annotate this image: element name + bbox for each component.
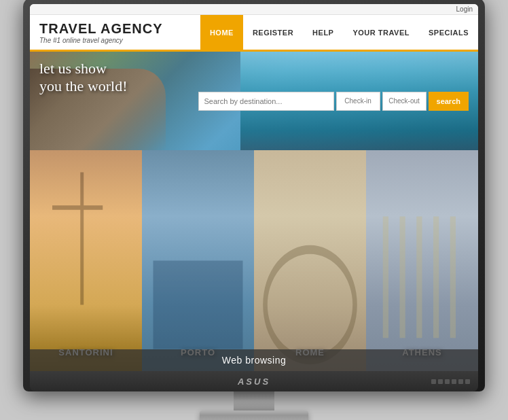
svg-rect-0 bbox=[80, 173, 84, 305]
dest-deco-0 bbox=[30, 150, 142, 371]
destination-item-athens[interactable]: ATHENS bbox=[366, 150, 478, 371]
svg-rect-8 bbox=[450, 217, 456, 338]
dest-deco-1 bbox=[142, 150, 254, 371]
ctrl-btn-3[interactable] bbox=[445, 379, 450, 384]
destination-item-santorini[interactable]: SANTORINI bbox=[30, 150, 142, 371]
hero-text: let us show you the world! bbox=[39, 60, 128, 96]
ctrl-btn-6[interactable] bbox=[465, 379, 470, 384]
nav-item-home[interactable]: HOME bbox=[200, 15, 243, 50]
hero-text-line1: let us show bbox=[39, 60, 128, 77]
search-button[interactable]: search bbox=[429, 92, 469, 111]
login-bar: Login bbox=[30, 4, 478, 15]
svg-rect-5 bbox=[400, 217, 405, 338]
screen: Login TRAVEL AGENCY The #1 online travel… bbox=[30, 4, 478, 371]
destination-item-porto[interactable]: PORTO bbox=[142, 150, 254, 371]
monitor-bottom-bar: ASUS bbox=[30, 371, 478, 391]
checkout-input[interactable] bbox=[382, 92, 427, 111]
destination-item-rome[interactable]: ROME bbox=[254, 150, 366, 371]
search-bar: search bbox=[198, 92, 469, 111]
web-browsing-overlay: Web browsing bbox=[30, 349, 478, 371]
logo-title: TRAVEL AGENCY bbox=[39, 21, 163, 37]
monitor-bezel: Login TRAVEL AGENCY The #1 online travel… bbox=[30, 4, 478, 371]
svg-rect-7 bbox=[433, 217, 439, 338]
svg-point-3 bbox=[266, 249, 355, 360]
nav-item-specials[interactable]: SPECIALS bbox=[419, 15, 478, 50]
logo-subtitle: The #1 online travel agency bbox=[39, 37, 163, 44]
dest-deco-2 bbox=[254, 150, 366, 371]
search-input[interactable] bbox=[198, 92, 334, 111]
ctrl-btn-1[interactable] bbox=[431, 379, 436, 384]
monitor-stand-base bbox=[200, 410, 308, 420]
monitor-shell: Login TRAVEL AGENCY The #1 online travel… bbox=[23, 0, 485, 420]
svg-rect-2 bbox=[153, 261, 243, 349]
monitor-brand: ASUS bbox=[238, 377, 270, 387]
monitor-stand-neck bbox=[234, 391, 274, 410]
monitor-controls bbox=[431, 379, 470, 384]
nav-item-your-travel[interactable]: YOUR TRAVEL bbox=[343, 15, 419, 50]
header: TRAVEL AGENCY The #1 online travel agenc… bbox=[30, 15, 478, 52]
hero-section: let us show you the world! search bbox=[30, 52, 478, 150]
ctrl-btn-2[interactable] bbox=[438, 379, 443, 384]
nav-menu: HOMEREGISTERHELPYOUR TRAVELSPECIALS bbox=[200, 15, 478, 50]
dest-deco-3 bbox=[366, 150, 478, 371]
svg-rect-6 bbox=[416, 217, 422, 338]
nav-item-register[interactable]: REGISTER bbox=[243, 15, 303, 50]
ctrl-btn-4[interactable] bbox=[452, 379, 456, 384]
nav-item-help[interactable]: HELP bbox=[303, 15, 343, 50]
monitor-outer: Login TRAVEL AGENCY The #1 online travel… bbox=[23, 0, 485, 391]
ctrl-btn-5[interactable] bbox=[458, 379, 463, 384]
logo-area: TRAVEL AGENCY The #1 online travel agenc… bbox=[30, 15, 173, 50]
login-link[interactable]: Login bbox=[456, 5, 473, 13]
hero-text-line2: you the world! bbox=[39, 77, 128, 95]
svg-rect-1 bbox=[52, 205, 103, 210]
destinations-grid: SANTORINIPORTOROMEATHENSWeb browsing bbox=[30, 150, 478, 371]
checkin-input[interactable] bbox=[336, 92, 380, 111]
svg-rect-4 bbox=[383, 217, 388, 338]
